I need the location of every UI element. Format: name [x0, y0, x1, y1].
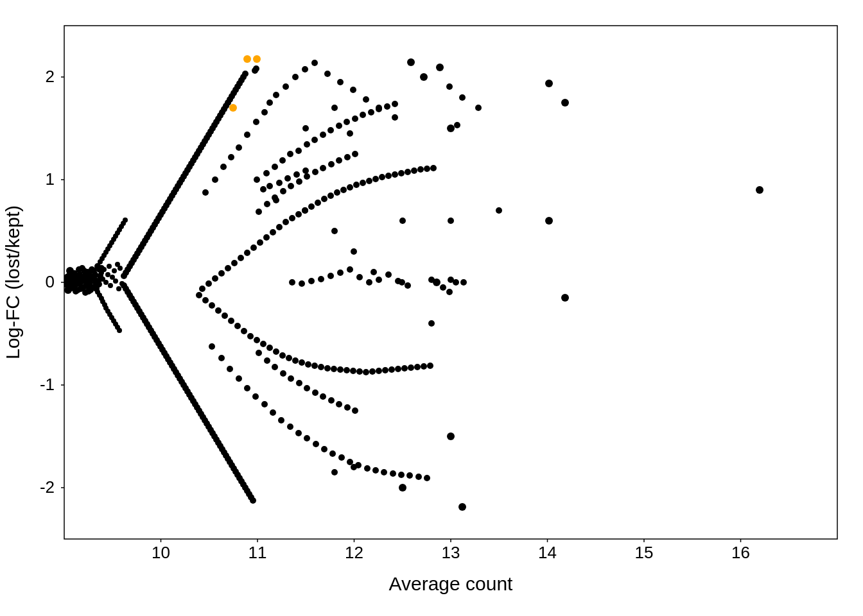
svg-point-262 [424, 475, 430, 481]
svg-point-439 [351, 248, 357, 255]
svg-point-292 [289, 215, 295, 221]
svg-point-452 [320, 165, 326, 171]
svg-point-285 [266, 345, 273, 351]
svg-point-453 [328, 161, 335, 167]
svg-point-312 [353, 182, 360, 188]
svg-point-238 [218, 355, 225, 361]
svg-point-336 [430, 165, 437, 171]
x-tick-15: 15 [635, 543, 654, 562]
svg-point-444 [256, 209, 262, 215]
x-tick-10: 10 [152, 543, 170, 562]
svg-point-256 [372, 467, 379, 474]
svg-point-286 [270, 229, 276, 235]
svg-point-236 [392, 101, 398, 107]
svg-point-304 [327, 193, 334, 199]
svg-point-268 [212, 275, 218, 282]
svg-point-352 [347, 266, 353, 273]
svg-point-303 [324, 365, 331, 372]
svg-point-225 [304, 141, 310, 148]
svg-point-195 [236, 144, 242, 151]
svg-point-233 [368, 109, 374, 116]
svg-point-342 [454, 122, 460, 128]
svg-point-182 [250, 497, 256, 504]
svg-point-21 [107, 264, 112, 269]
svg-point-448 [288, 183, 294, 189]
svg-point-202 [292, 74, 299, 80]
svg-point-315 [363, 369, 369, 375]
svg-point-305 [331, 366, 337, 372]
svg-point-299 [311, 363, 318, 369]
svg-point-435 [64, 273, 73, 282]
svg-point-208 [363, 96, 369, 103]
x-axis-label: Average count [389, 573, 514, 594]
svg-point-241 [244, 385, 250, 391]
svg-point-215 [459, 94, 466, 101]
svg-point-366 [561, 294, 569, 302]
svg-point-373 [302, 125, 309, 132]
x-tick-13: 13 [442, 543, 460, 562]
svg-point-458 [264, 357, 270, 364]
svg-point-264 [199, 286, 205, 292]
svg-point-454 [336, 157, 342, 164]
y-tick-1: 1 [46, 169, 55, 189]
svg-point-351 [337, 270, 344, 276]
svg-point-322 [385, 173, 392, 179]
svg-point-257 [381, 469, 387, 475]
svg-point-289 [279, 352, 286, 359]
svg-point-22 [108, 283, 113, 288]
svg-point-205 [324, 71, 331, 77]
svg-point-330 [411, 167, 417, 174]
x-tick-11: 11 [248, 543, 267, 562]
svg-point-465 [320, 393, 326, 400]
highlight-point-2 [253, 55, 261, 63]
svg-point-307 [337, 366, 344, 373]
svg-point-362 [284, 175, 291, 182]
x-tick-14: 14 [538, 543, 557, 562]
svg-point-358 [405, 282, 411, 289]
svg-point-260 [406, 472, 413, 479]
svg-point-385 [96, 281, 102, 287]
svg-point-283 [260, 341, 266, 347]
svg-point-279 [247, 333, 254, 339]
svg-point-248 [304, 435, 310, 441]
svg-point-386 [97, 273, 103, 279]
svg-point-309 [344, 367, 350, 373]
svg-point-255 [364, 465, 370, 472]
svg-point-355 [376, 277, 382, 283]
y-tick-2: 2 [46, 67, 55, 86]
svg-point-218 [561, 99, 569, 107]
x-tick-12: 12 [345, 543, 363, 562]
svg-point-237 [209, 343, 215, 350]
scatter-plot: 10 11 12 13 14 15 16 [0, 0, 863, 616]
svg-point-240 [236, 375, 242, 382]
svg-point-326 [398, 170, 405, 176]
svg-point-314 [360, 180, 366, 186]
svg-point-462 [296, 380, 302, 386]
svg-point-449 [296, 178, 302, 185]
svg-point-371 [428, 277, 435, 283]
svg-point-367 [448, 277, 454, 283]
svg-point-288 [276, 224, 283, 230]
svg-point-310 [347, 184, 353, 191]
svg-point-317 [369, 368, 376, 375]
svg-point-193 [220, 164, 227, 170]
chart-container: 10 11 12 13 14 15 16 [0, 0, 863, 616]
svg-point-372 [331, 105, 338, 111]
svg-point-328 [405, 169, 411, 175]
svg-point-231 [352, 116, 358, 122]
svg-point-250 [321, 446, 327, 452]
svg-point-212 [420, 73, 428, 81]
svg-point-356 [385, 271, 392, 278]
svg-point-364 [302, 167, 309, 174]
svg-point-242 [252, 393, 259, 400]
svg-point-276 [238, 255, 244, 261]
svg-point-301 [318, 364, 324, 370]
svg-point-201 [283, 83, 289, 90]
svg-point-376 [351, 464, 357, 470]
svg-point-331 [414, 364, 421, 370]
svg-point-375 [331, 469, 338, 475]
svg-point-463 [304, 385, 310, 391]
svg-point-361 [276, 180, 283, 186]
svg-point-191 [202, 189, 209, 196]
svg-point-261 [415, 474, 422, 480]
